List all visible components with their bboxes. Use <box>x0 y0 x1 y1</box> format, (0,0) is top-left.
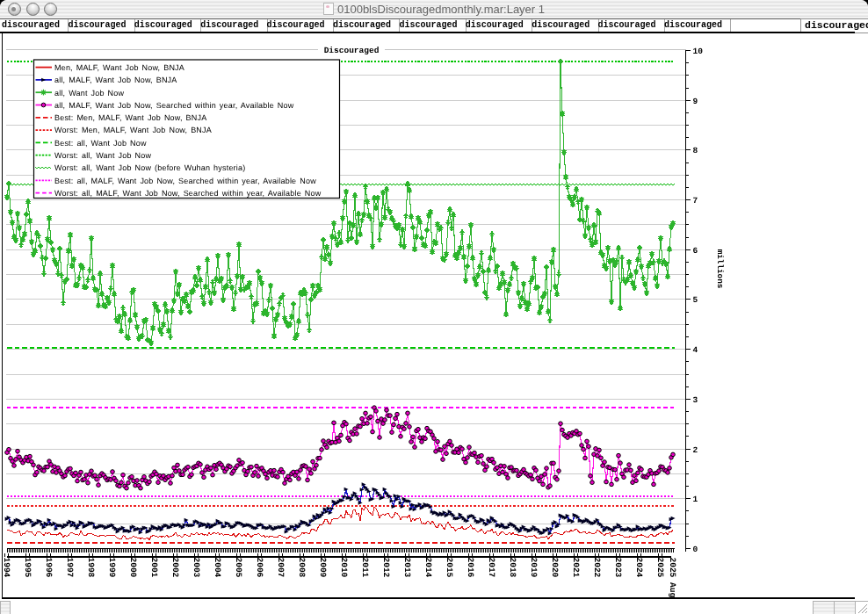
svg-text:2017: 2017 <box>487 558 496 578</box>
svg-text:Men, MALF, Want Job Now, BNJA: Men, MALF, Want Job Now, BNJA <box>54 63 184 72</box>
svg-text:2021: 2021 <box>571 558 581 578</box>
svg-text:2010: 2010 <box>339 558 349 578</box>
svg-text:1997: 1997 <box>65 558 75 578</box>
svg-text:2000: 2000 <box>128 558 138 578</box>
svg-text:8: 8 <box>693 146 698 155</box>
svg-text:2018: 2018 <box>508 558 517 578</box>
svg-text:2015: 2015 <box>445 558 454 578</box>
svg-text:9: 9 <box>693 97 698 106</box>
svg-text:3: 3 <box>693 395 698 405</box>
svg-text:5: 5 <box>693 295 698 305</box>
svg-text:2008: 2008 <box>297 558 307 578</box>
svg-text:2001: 2001 <box>149 558 159 578</box>
svg-text:2022: 2022 <box>592 558 602 578</box>
svg-text:2004: 2004 <box>213 558 222 578</box>
svg-text:2: 2 <box>693 445 698 455</box>
svg-text:1995: 1995 <box>23 558 33 578</box>
svg-text:2006: 2006 <box>255 558 264 578</box>
svg-text:all, MALF, Want Job Now, BNJA: all, MALF, Want Job Now, BNJA <box>54 76 177 84</box>
svg-text:2016: 2016 <box>466 558 475 578</box>
svg-text:1999: 1999 <box>107 558 117 578</box>
svg-text:Discouraged: Discouraged <box>324 46 380 55</box>
svg-text:2014: 2014 <box>423 558 433 578</box>
svg-text:Best: Men, MALF, Want Job Now,: Best: Men, MALF, Want Job Now, BNJA <box>54 113 206 122</box>
svg-text:2019: 2019 <box>529 558 539 578</box>
svg-text:0: 0 <box>693 545 698 554</box>
svg-text:2011: 2011 <box>360 558 370 578</box>
svg-text:7: 7 <box>693 196 698 206</box>
svg-text:2025: 2025 <box>655 558 665 578</box>
svg-text:2002: 2002 <box>170 558 180 578</box>
svg-text:2005: 2005 <box>234 558 243 578</box>
svg-text:Worst: all, Want Job Now: Worst: all, Want Job Now <box>54 151 151 160</box>
svg-text:2012: 2012 <box>381 558 391 578</box>
svg-text:millions: millions <box>715 249 725 289</box>
svg-text:Worst: all, MALF, Want Job Now: Worst: all, MALF, Want Job Now, Searched… <box>54 189 322 198</box>
svg-text:all, Want Job Now: all, Want Job Now <box>54 89 124 98</box>
svg-text:1998: 1998 <box>86 558 96 578</box>
svg-text:2023: 2023 <box>613 558 623 578</box>
svg-text:2007: 2007 <box>276 558 286 578</box>
svg-text:6: 6 <box>693 246 698 256</box>
svg-text:10: 10 <box>693 47 704 56</box>
svg-text:Best: all, MALF, Want Job Now,: Best: all, MALF, Want Job Now, Searched … <box>54 177 316 185</box>
svg-text:Worst: all, Want Job Now (befo: Worst: all, Want Job Now (before Wuhan h… <box>54 163 245 172</box>
svg-text:2009: 2009 <box>318 558 328 578</box>
svg-text:2020: 2020 <box>550 558 560 578</box>
svg-text:Best: all, Want Job Now: Best: all, Want Job Now <box>54 139 147 148</box>
svg-text:4: 4 <box>693 345 698 355</box>
svg-text:1996: 1996 <box>44 558 54 578</box>
svg-text:2013: 2013 <box>402 558 412 578</box>
svg-text:2003: 2003 <box>192 558 201 578</box>
svg-text:all, MALF, Want Job Now, Searc: all, MALF, Want Job Now, Searched within… <box>54 101 294 110</box>
svg-text:1: 1 <box>693 495 698 504</box>
svg-text:Worst: Men, MALF, Want Job Now: Worst: Men, MALF, Want Job Now, BNJA <box>54 126 212 134</box>
svg-text:2024: 2024 <box>634 558 644 578</box>
svg-text:2025 Aug: 2025 Aug <box>668 558 677 598</box>
svg-text:1994: 1994 <box>2 558 11 578</box>
